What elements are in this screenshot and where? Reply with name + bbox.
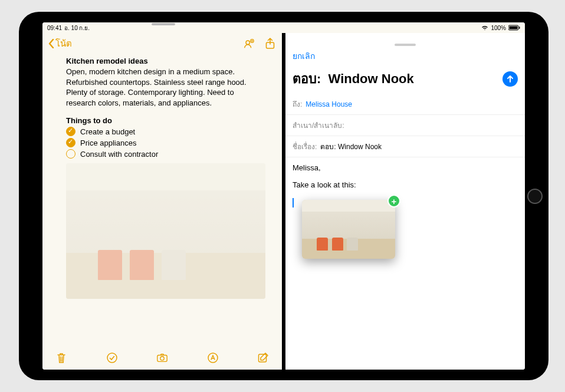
cancel-button[interactable]: ยกเลิก	[293, 50, 315, 62]
mail-line: Take a look at this:	[293, 180, 518, 189]
svg-point-10	[160, 357, 164, 360]
subject-value: ตอบ: Window Nook	[320, 141, 382, 152]
checklist-icon[interactable]	[106, 352, 118, 364]
to-field[interactable]: ถึง: Melissa House	[285, 94, 525, 115]
multitask-handle-icon[interactable]	[152, 23, 175, 25]
status-bar: 09:41 อ. 10 ก.ย. 100%	[42, 22, 525, 33]
status-time: 09:41	[47, 25, 62, 31]
markup-icon[interactable]	[207, 352, 219, 364]
screen: 09:41 อ. 10 ก.ย. 100% โน้ต	[42, 22, 525, 370]
checkbox-icon[interactable]	[66, 127, 75, 136]
to-recipient[interactable]: Melissa House	[306, 100, 352, 108]
checkbox-icon[interactable]	[66, 138, 75, 147]
svg-rect-1	[510, 27, 518, 29]
todo-label: Create a budget	[80, 127, 135, 136]
battery-icon	[508, 25, 520, 31]
checkbox-icon[interactable]	[66, 149, 75, 159]
compose-icon[interactable]	[257, 352, 269, 364]
note-title: Kitchen remodel ideas	[66, 57, 265, 65]
back-button[interactable]: โน้ต	[48, 37, 72, 51]
mail-app: ยกเลิก ตอบ: Window Nook ถึง: Melissa Hou…	[285, 41, 525, 370]
svg-point-3	[246, 41, 249, 44]
battery-percent: 100%	[491, 25, 506, 31]
sheet-grabber-icon[interactable]	[395, 44, 416, 46]
status-date: อ. 10 ก.ย.	[64, 24, 90, 32]
svg-rect-2	[519, 27, 520, 29]
todo-item[interactable]: Consult with contractor	[66, 149, 265, 159]
todo-label: Price appliances	[80, 139, 136, 147]
mail-title: ตอบ: Window Nook	[293, 68, 414, 89]
note-image[interactable]	[66, 163, 265, 299]
mail-body[interactable]: Melissa, Take a look at this: +	[285, 157, 525, 213]
svg-point-8	[107, 353, 117, 363]
todo-label: Consult with contractor	[80, 150, 158, 159]
cc-label: สำเนา/สำเนาลับ:	[293, 120, 344, 131]
todo-item[interactable]: Create a budget	[66, 127, 265, 136]
notes-bottom-toolbar	[42, 347, 282, 370]
collaborate-icon[interactable]	[243, 38, 255, 50]
notes-toolbar: โน้ต	[42, 33, 282, 53]
wifi-icon	[481, 25, 488, 31]
split-view: โน้ต Kitchen remodel ideas Open, modern …	[42, 33, 525, 370]
mail-line: Melissa,	[293, 163, 518, 172]
dragged-image-thumbnail[interactable]: +	[302, 200, 395, 259]
share-icon[interactable]	[264, 38, 276, 50]
camera-icon[interactable]	[156, 352, 168, 364]
todo-heading: Things to do	[66, 116, 265, 125]
back-label: โน้ต	[55, 37, 72, 51]
home-button[interactable]	[527, 189, 543, 204]
subject-label: ชื่อเรื่อง:	[293, 141, 317, 152]
todo-item[interactable]: Price appliances	[66, 138, 265, 147]
note-paragraph: Open, modern kitchen design in a medium …	[66, 67, 265, 108]
to-label: ถึง:	[293, 98, 302, 110]
cc-field[interactable]: สำเนา/สำเนาลับ:	[285, 115, 525, 136]
ipad-frame: 09:41 อ. 10 ก.ย. 100% โน้ต	[19, 12, 548, 380]
subject-field[interactable]: ชื่อเรื่อง: ตอบ: Window Nook	[285, 136, 525, 157]
trash-icon[interactable]	[55, 352, 67, 364]
text-cursor-icon	[293, 198, 294, 207]
note-content[interactable]: Kitchen remodel ideas Open, modern kitch…	[42, 53, 282, 347]
add-badge-icon: +	[387, 195, 400, 207]
send-button[interactable]	[502, 71, 518, 87]
notes-app: โน้ต Kitchen remodel ideas Open, modern …	[42, 33, 282, 370]
